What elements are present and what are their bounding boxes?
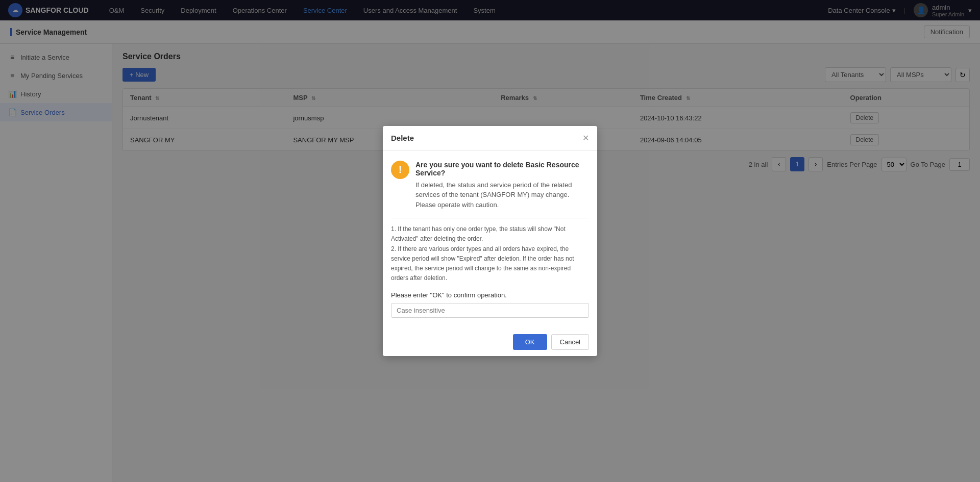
modal-ok-button[interactable]: OK (513, 334, 547, 350)
delete-modal: Delete ✕ ! Are you sure you want to dele… (383, 126, 597, 357)
modal-question: Are you sure you want to delete Basic Re… (415, 161, 589, 177)
modal-rules: 1. If the tenant has only one order type… (391, 218, 589, 283)
modal-cancel-button[interactable]: Cancel (551, 334, 589, 350)
modal-title: Delete (391, 134, 414, 142)
modal-confirm-section: Please enter "OK" to confirm operation. (391, 291, 589, 318)
modal-body: ! Are you sure you want to delete Basic … (383, 150, 597, 328)
modal-close-button[interactable]: ✕ (582, 133, 589, 143)
modal-confirm-label: Please enter "OK" to confirm operation. (391, 291, 589, 299)
modal-text-block: Are you sure you want to delete Basic Re… (415, 161, 589, 210)
warning-icon: ! (391, 161, 409, 179)
modal-description: If deleted, the status and service perio… (415, 180, 589, 210)
modal-footer: OK Cancel (383, 328, 597, 356)
modal-header: Delete ✕ (383, 126, 597, 150)
modal-overlay: Delete ✕ ! Are you sure you want to dele… (0, 0, 980, 482)
modal-warning-row: ! Are you sure you want to delete Basic … (391, 161, 589, 210)
modal-confirm-input[interactable] (391, 303, 589, 318)
